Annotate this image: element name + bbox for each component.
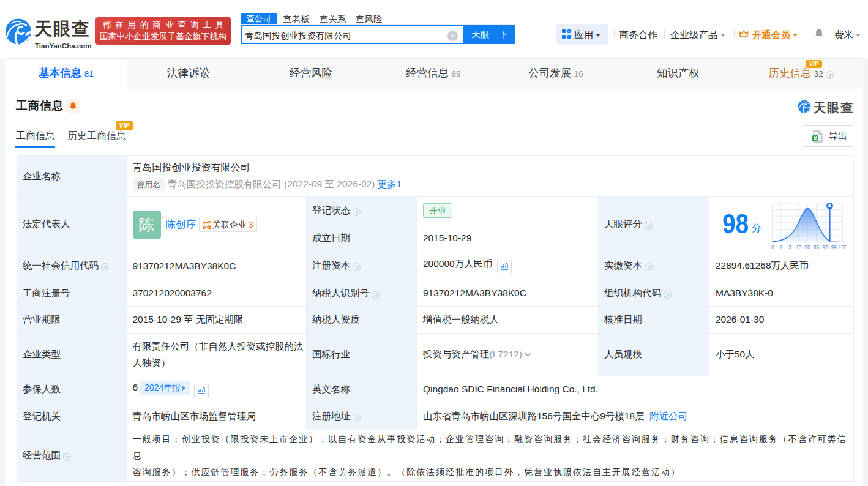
- svg-text:0: 0: [771, 245, 774, 250]
- svg-text:99: 99: [831, 245, 837, 250]
- svg-text:企: 企: [208, 225, 211, 229]
- svg-text:3: 3: [788, 245, 791, 250]
- svg-text:97: 97: [822, 245, 828, 250]
- svg-text:15: 15: [796, 245, 802, 250]
- svg-text:50: 50: [805, 245, 811, 250]
- svg-text:1: 1: [780, 245, 783, 250]
- svg-text:100: 100: [839, 245, 846, 250]
- svg-text:85: 85: [814, 245, 820, 250]
